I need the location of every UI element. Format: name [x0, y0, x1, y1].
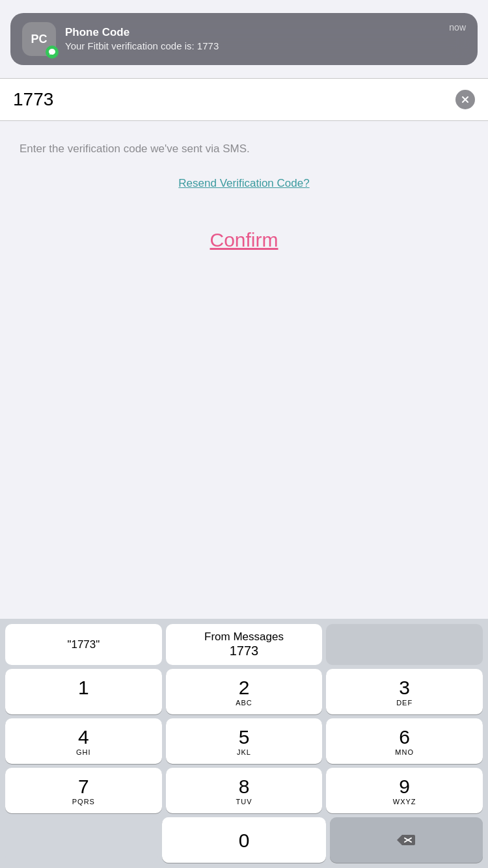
key-7-number: 7	[78, 777, 89, 796]
key-0[interactable]: 0	[162, 817, 325, 863]
key-0-number: 0	[239, 831, 250, 850]
resend-button[interactable]: Resend Verification Code?	[178, 177, 309, 190]
message-badge	[46, 46, 59, 59]
key-4-letters: GHI	[76, 748, 91, 756]
key-1[interactable]: 1	[5, 669, 162, 714]
key-8-number: 8	[239, 777, 250, 796]
key-7[interactable]: 7 PQRS	[5, 768, 162, 813]
notification-title: Phone Code	[65, 25, 440, 40]
key-3-number: 3	[399, 678, 410, 698]
key-5-letters: JKL	[237, 748, 251, 756]
key-9[interactable]: 9 WXYZ	[326, 768, 483, 813]
clear-button[interactable]	[455, 90, 475, 109]
notification-avatar: PC	[22, 22, 56, 56]
key-6-letters: MNO	[395, 748, 414, 756]
keyboard-number-rows: 1 2 ABC 3 DEF 4 GHI 5 JKL 6	[3, 669, 485, 863]
help-section: Enter the verification code we've sent v…	[0, 121, 488, 157]
notification-time: now	[449, 22, 466, 33]
keyboard-row-2: 4 GHI 5 JKL 6 MNO	[5, 718, 483, 764]
key-2[interactable]: 2 ABC	[166, 669, 323, 714]
key-5-number: 5	[239, 727, 250, 747]
key-delete[interactable]	[330, 817, 483, 863]
keyboard-row-3: 7 PQRS 8 TUV 9 WXYZ	[5, 768, 483, 813]
key-4-number: 4	[78, 727, 89, 747]
code-input-row	[0, 79, 488, 120]
avatar-initials: PC	[31, 33, 47, 46]
key-5[interactable]: 5 JKL	[166, 718, 323, 764]
keyboard-suggestions-row: "1773" From Messages 1773	[3, 624, 485, 665]
keyboard-suggestion-right[interactable]	[326, 624, 483, 665]
suggestion-middle-top: From Messages	[171, 631, 318, 644]
notification-content: Phone Code Your Fitbit verification code…	[65, 25, 440, 53]
key-9-letters: WXYZ	[393, 798, 416, 806]
suggestion-left-text: "1773"	[67, 638, 100, 651]
confirm-button[interactable]: Confirm	[210, 229, 278, 251]
keyboard-row-1: 1 2 ABC 3 DEF	[5, 669, 483, 714]
key-3-letters: DEF	[396, 699, 413, 707]
notification-body: Your Fitbit verification code is: 1773	[65, 40, 440, 53]
key-7-letters: PQRS	[72, 798, 95, 806]
keyboard-row-4: 0	[5, 817, 483, 863]
key-8[interactable]: 8 TUV	[166, 768, 323, 813]
resend-section: Resend Verification Code?	[0, 157, 488, 190]
suggestion-middle-bottom: 1773	[171, 644, 318, 658]
keyboard-suggestion-left[interactable]: "1773"	[5, 624, 162, 665]
key-9-number: 9	[399, 777, 410, 796]
key-spacer	[5, 817, 158, 863]
keyboard: "1773" From Messages 1773 1 2 ABC 3 DEF	[0, 619, 488, 868]
key-6[interactable]: 6 MNO	[326, 718, 483, 764]
notification-banner: PC Phone Code Your Fitbit verification c…	[10, 13, 478, 65]
input-section	[0, 78, 488, 121]
key-2-number: 2	[239, 678, 250, 698]
key-2-letters: ABC	[236, 699, 252, 707]
key-8-letters: TUV	[236, 798, 252, 806]
code-input[interactable]	[13, 89, 455, 110]
confirm-section: Confirm	[0, 190, 488, 277]
key-1-letters	[82, 699, 85, 707]
key-6-number: 6	[399, 727, 410, 747]
key-1-number: 1	[78, 678, 89, 698]
help-text: Enter the verification code we've sent v…	[20, 141, 468, 157]
key-3[interactable]: 3 DEF	[326, 669, 483, 714]
key-4[interactable]: 4 GHI	[5, 718, 162, 764]
keyboard-suggestion-middle[interactable]: From Messages 1773	[166, 624, 323, 665]
